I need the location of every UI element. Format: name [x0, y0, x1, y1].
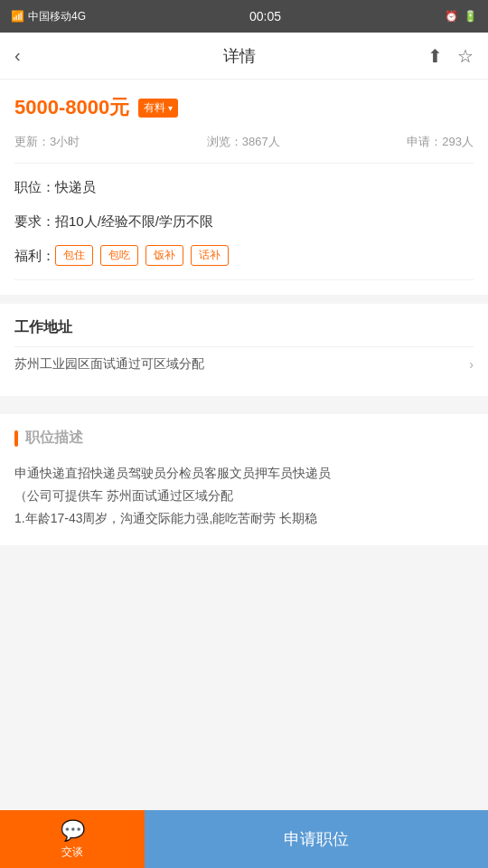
requirements-value: 招10人/经验不限/学历不限 [55, 211, 213, 232]
bottom-spacer [0, 545, 488, 603]
applies-stat: 申请：293人 [407, 134, 474, 150]
requirements-line: 要求： 招10人/经验不限/学历不限 [14, 211, 474, 232]
battery-icon: 🔋 [464, 10, 477, 23]
welfare-tag-1: 包吃 [100, 245, 138, 266]
work-address-section: 工作地址 苏州工业园区面试通过可区域分配 › [0, 304, 488, 396]
nav-actions: ⬆ ☆ [427, 45, 474, 67]
paid-tag[interactable]: 有料 [138, 99, 178, 118]
status-time: 00:05 [249, 9, 281, 24]
desc-bar-accent [14, 430, 18, 447]
status-right: ⏰ 🔋 [445, 10, 477, 23]
desc-body: 申通快递直招快递员驾驶员分检员客服文员押车员快递员 （公司可提供车 苏州面试通过… [14, 462, 474, 531]
signal-icon: 📶 [11, 10, 24, 23]
page-title: 详情 [223, 45, 256, 67]
welfare-line: 福利： 包住 包吃 饭补 话补 [14, 245, 474, 267]
views-stat: 浏览：3867人 [207, 134, 280, 150]
desc-title: 职位描述 [25, 429, 83, 448]
chat-label: 交谈 [61, 844, 83, 860]
position-value: 快递员 [55, 176, 96, 198]
chat-button[interactable]: 💬 交谈 [0, 810, 145, 868]
requirements-label: 要求： [14, 211, 55, 232]
back-button[interactable]: ‹ [14, 45, 51, 66]
update-stat: 更新：3小时 [14, 134, 80, 150]
welfare-tag-2: 饭补 [145, 245, 183, 266]
job-description-section: 职位描述 申通快递直招快递员驾驶员分检员客服文员押车员快递员 （公司可提供车 苏… [0, 414, 488, 545]
welfare-label: 福利： [14, 245, 55, 267]
salary-text: 5000-8000元 [14, 94, 129, 121]
welfare-tag-3: 话补 [191, 245, 229, 266]
status-left: 📶 中国移动4G [11, 9, 86, 24]
position-line: 职位： 快递员 [14, 176, 474, 198]
apply-button[interactable]: 申请职位 [145, 810, 488, 868]
carrier-text: 中国移动4G [28, 9, 86, 24]
section-divider-2 [0, 396, 488, 405]
bottom-bar: 💬 交谈 申请职位 [0, 810, 488, 868]
alarm-icon: ⏰ [445, 10, 458, 23]
job-card: 5000-8000元 有料 更新：3小时 浏览：3867人 申请：293人 职位… [0, 80, 488, 295]
stats-row: 更新：3小时 浏览：3867人 申请：293人 [14, 130, 474, 164]
share-icon[interactable]: ⬆ [427, 45, 443, 67]
address-row[interactable]: 苏州工业园区面试通过可区域分配 › [14, 346, 474, 382]
salary-row: 5000-8000元 有料 [14, 94, 474, 121]
address-arrow-icon: › [469, 357, 474, 372]
apply-label: 申请职位 [284, 828, 349, 850]
work-address-title: 工作地址 [14, 318, 474, 337]
chat-icon: 💬 [61, 819, 85, 843]
nav-bar: ‹ 详情 ⬆ ☆ [0, 33, 488, 80]
welfare-tags: 包住 包吃 饭补 话补 [55, 245, 229, 266]
section-divider-1 [0, 295, 488, 304]
favorite-icon[interactable]: ☆ [457, 45, 474, 67]
position-label: 职位： [14, 176, 55, 198]
desc-header: 职位描述 [14, 429, 474, 448]
job-info: 职位： 快递员 要求： 招10人/经验不限/学历不限 福利： 包住 包吃 饭补 … [14, 164, 474, 280]
address-text: 苏州工业园区面试通过可区域分配 [14, 356, 204, 373]
welfare-tag-0: 包住 [55, 245, 93, 266]
status-bar: 📶 中国移动4G 00:05 ⏰ 🔋 [0, 0, 488, 33]
